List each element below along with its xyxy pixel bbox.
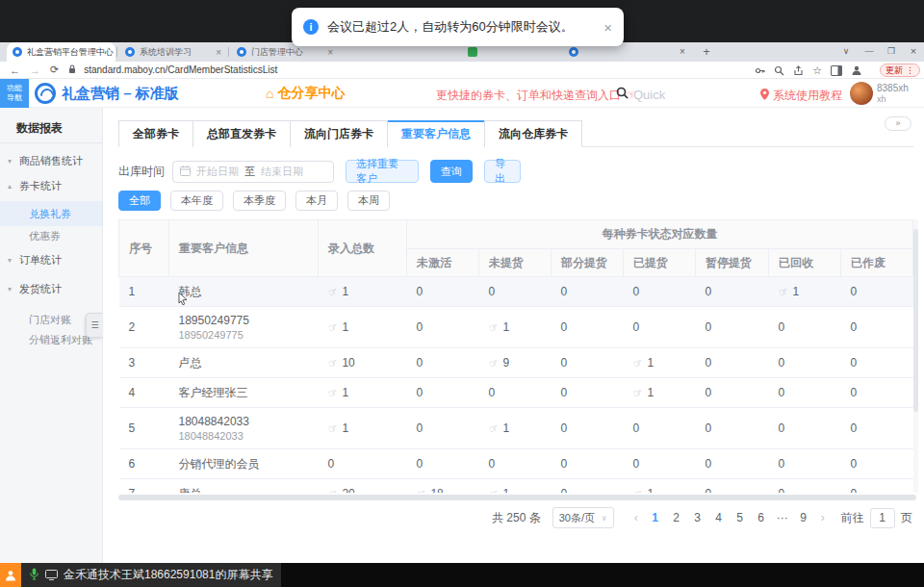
export-button[interactable]: 导出	[484, 160, 521, 183]
tab-2[interactable]: 总部直发券卡	[192, 121, 290, 147]
tab-close-icon[interactable]: ×	[210, 47, 221, 58]
page-number[interactable]: 9	[793, 507, 814, 528]
date-range-input[interactable]: 开始日期 至 结束日期	[172, 161, 334, 183]
table-horizontal-scrollbar[interactable]	[118, 495, 916, 500]
customer-cell[interactable]: 客户经理张三	[169, 378, 319, 408]
search-button[interactable]: 查询	[430, 160, 473, 183]
count-link[interactable]: ☞20	[328, 487, 355, 493]
total-cell[interactable]: ☞1	[319, 378, 407, 408]
count-link[interactable]: ☞1	[489, 421, 510, 435]
quick-filter-1[interactable]: 全部	[118, 191, 161, 211]
count-link[interactable]: ☞1	[633, 386, 654, 399]
share-center-link[interactable]: ⌂ 仓分享中心	[266, 85, 345, 102]
key-icon[interactable]	[755, 65, 765, 76]
count-link[interactable]: ☞1	[633, 356, 654, 370]
quick-filter-2[interactable]: 本年度	[170, 191, 223, 211]
quick-search-input[interactable]: Quick	[616, 86, 665, 103]
page-size-select[interactable]: 30条/页 ∨	[552, 507, 614, 528]
avatar[interactable]	[850, 82, 873, 105]
next-page-button[interactable]: ›	[814, 511, 832, 524]
tab-close-icon[interactable]: ×	[680, 46, 685, 57]
browser-tab[interactable]: 礼盒营销平台管理中心×	[7, 42, 116, 62]
status-cell[interactable]: ☞1	[479, 479, 552, 494]
forward-icon[interactable]: →	[30, 64, 40, 76]
customer-cell[interactable]: 1804884203318048842033	[169, 408, 319, 449]
goto-page-input[interactable]	[870, 508, 895, 528]
total-cell[interactable]: ☞1	[319, 307, 407, 348]
status-cell[interactable]: ☞1	[624, 479, 696, 494]
customer-cell[interactable]: 分销代理的会员	[169, 449, 319, 479]
window-minimize-button[interactable]: —	[859, 42, 880, 62]
window-menu-button[interactable]: ∨	[835, 42, 857, 62]
count-link[interactable]: ☞1	[328, 285, 349, 298]
user-info[interactable]: 8385xh xh	[877, 83, 909, 104]
count-link[interactable]: ☞1	[328, 386, 349, 399]
status-cell[interactable]: ☞9	[479, 348, 552, 378]
status-cell[interactable]: ☞1	[479, 307, 552, 348]
tab-4[interactable]: 重要客户信息	[387, 121, 484, 147]
status-cell[interactable]: ☞1	[624, 348, 696, 378]
reload-icon[interactable]: ⟳	[50, 64, 59, 76]
customer-cell[interactable]: 卢总	[169, 348, 319, 378]
sidebar-item-5[interactable]: ▾订单统计	[0, 247, 103, 272]
table-vertical-scrollbar[interactable]	[913, 219, 918, 493]
participant-icon[interactable]	[0, 563, 21, 587]
quick-filter-5[interactable]: 本周	[347, 191, 390, 211]
share-icon[interactable]	[793, 65, 804, 76]
count-link[interactable]: ☞10	[328, 356, 355, 370]
status-cell[interactable]: ☞18	[407, 479, 479, 494]
total-cell[interactable]: ☞1	[319, 408, 407, 449]
page-number[interactable]: 3	[687, 507, 708, 528]
window-close-button[interactable]: ×	[903, 42, 924, 62]
customer-cell[interactable]: 韩总	[169, 277, 319, 307]
page-number[interactable]: 6	[751, 507, 772, 528]
count-link[interactable]: ☞1	[779, 285, 800, 298]
customer-cell[interactable]: 唐总	[169, 479, 319, 494]
tab-close-icon[interactable]: ×	[114, 47, 116, 58]
window-maximize-button[interactable]: ❐	[881, 42, 902, 62]
back-icon[interactable]: ←	[10, 64, 20, 76]
url-text[interactable]: standard.maboy.cn/CardMemberStatisticsLi…	[84, 64, 277, 75]
page-number[interactable]: 4	[708, 507, 730, 528]
side-panel-icon[interactable]	[831, 65, 842, 76]
page-number[interactable]: 5	[730, 507, 751, 528]
page-number[interactable]: 1	[645, 507, 666, 528]
count-link[interactable]: ☞18	[417, 487, 444, 493]
count-link[interactable]: ☞1	[328, 421, 349, 435]
count-link[interactable]: ☞1	[633, 487, 654, 493]
prev-page-button[interactable]: ‹	[628, 511, 645, 524]
quick-filter-3[interactable]: 本季度	[233, 191, 286, 211]
sidebar-item-2[interactable]: ▴券卡统计	[0, 173, 103, 198]
quick-filter-4[interactable]: 本月	[295, 191, 338, 211]
customer-cell[interactable]: 1895024977518950249775	[169, 307, 319, 348]
chrome-update-button[interactable]: 更新⋮	[880, 64, 920, 77]
tab-5[interactable]: 流向仓库券卡	[484, 121, 581, 147]
total-cell[interactable]: ☞20	[319, 479, 407, 494]
panel-collapse-button[interactable]: »	[885, 116, 911, 131]
new-tab-button[interactable]: +	[699, 45, 714, 61]
count-link[interactable]: ☞1	[328, 320, 349, 334]
status-cell[interactable]: ☞1	[479, 408, 552, 449]
total-cell[interactable]: ☞1	[319, 277, 407, 307]
count-link[interactable]: ☞1	[489, 487, 510, 493]
select-customer-button[interactable]: 选择重要客户	[346, 160, 419, 183]
tab-3[interactable]: 流向门店券卡	[290, 121, 387, 147]
browser-tab[interactable]: 系统培训学习×	[119, 42, 227, 62]
sidebar-item-1[interactable]: ▾商品销售统计	[0, 148, 103, 173]
profile-icon[interactable]	[851, 64, 862, 76]
quick-entry-link[interactable]: 更快捷的券卡、订单和快递查询入口 ☞	[436, 88, 637, 104]
microphone-icon[interactable]	[30, 567, 38, 584]
toast-close-icon[interactable]: ×	[603, 19, 612, 36]
count-link[interactable]: ☞1	[489, 320, 510, 334]
total-cell[interactable]: ☞10	[319, 348, 407, 378]
function-nav-toggle[interactable]: 功能导航	[0, 79, 29, 108]
status-cell[interactable]: ☞1	[624, 378, 696, 408]
tab-1[interactable]: 全部券卡	[119, 121, 192, 147]
tab-close-icon[interactable]: ×	[321, 47, 333, 58]
tutorial-link[interactable]: 系统使用教程	[760, 88, 842, 104]
sidebar-item-6[interactable]: ▾发货统计	[0, 276, 103, 301]
status-cell[interactable]: ☞1	[769, 277, 841, 307]
sidebar-collapse-handle[interactable]: ☰	[86, 313, 103, 338]
count-link[interactable]: ☞9	[489, 356, 510, 370]
sidebar-item-4[interactable]: 优惠券	[0, 223, 103, 248]
